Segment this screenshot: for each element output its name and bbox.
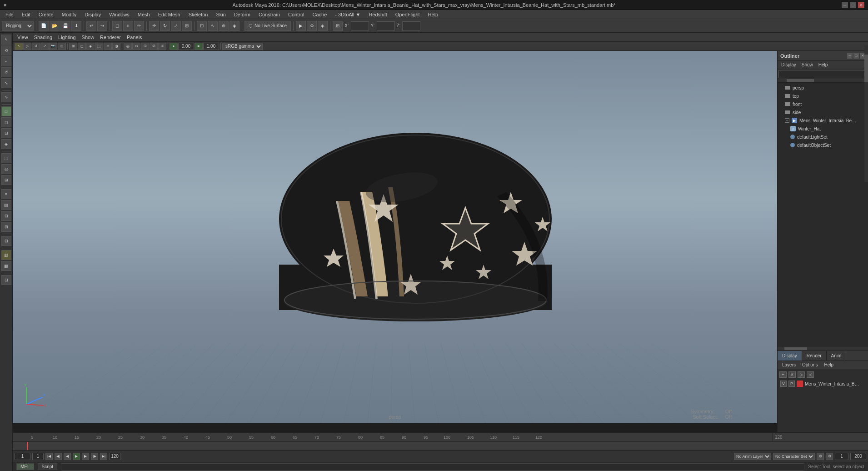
outliner-minimize[interactable]: ─	[847, 53, 853, 59]
tab-render[interactable]: Render	[802, 351, 827, 361]
open-scene-button[interactable]: 📂	[50, 21, 60, 31]
close-button[interactable]: ✕	[858, 2, 864, 8]
snap-curve-button[interactable]: ∿	[208, 21, 218, 31]
curve-tool-button[interactable]: ∿	[1, 92, 11, 102]
outliner-vscroll[interactable]	[864, 51, 868, 182]
window-controls[interactable]: ─ □ ✕	[842, 2, 864, 8]
select-mode-button[interactable]: ◻	[112, 21, 122, 31]
outliner-maximize[interactable]: □	[853, 53, 859, 59]
menu-create[interactable]: Create	[35, 11, 57, 18]
tool-settings-button[interactable]: ⊞	[1, 222, 11, 232]
misc-icon-1[interactable]: ▥	[1, 250, 11, 260]
vp-res-1[interactable]: ①	[141, 43, 149, 50]
paint-tool-button[interactable]: ⟲	[1, 45, 11, 55]
vp-isolate-toggle[interactable]: ⊙	[132, 43, 140, 50]
menu-skeleton[interactable]: Skeleton	[185, 11, 212, 18]
render-current-button[interactable]: ▶	[296, 21, 306, 31]
tree-item-default-obj[interactable]: defaultObjectSet	[778, 141, 868, 149]
scale-tool-button[interactable]: ⤢	[171, 21, 181, 31]
vp-tool-6[interactable]: ⊞	[58, 43, 66, 50]
snap-surface-button[interactable]: ◈	[229, 21, 239, 31]
vp-wireframe-toggle[interactable]: ◻	[78, 43, 86, 50]
script-input-area[interactable]	[61, 463, 804, 471]
start-frame-input[interactable]	[32, 453, 44, 460]
menu-constrain[interactable]: Constrain	[255, 11, 284, 18]
vp-tool-select[interactable]: ↖	[15, 43, 23, 50]
z-input[interactable]	[402, 21, 420, 30]
bottom-menu-options[interactable]: Options	[799, 362, 820, 368]
hypershade-button[interactable]: ◈	[318, 21, 328, 31]
group-expand-icon[interactable]: ─	[785, 118, 789, 123]
character-set-dropdown[interactable]: No Character Set	[773, 453, 815, 460]
menu-mesh[interactable]: Mesh	[134, 11, 154, 18]
vp-gamma-toggle[interactable]: ■	[195, 43, 203, 50]
vp-tool-camera[interactable]: 📷	[49, 43, 57, 50]
vp-exposure-toggle[interactable]: ●	[170, 43, 178, 50]
viewport-3d-container[interactable]: persp Symmetry: Off Soft Select: Off	[13, 51, 777, 432]
save-scene-button[interactable]: 💾	[60, 21, 70, 31]
playhead[interactable]	[27, 442, 28, 451]
current-frame-input[interactable]	[15, 453, 30, 460]
quick-layout-button[interactable]: ⊟	[1, 236, 11, 246]
outliner-search-input[interactable]	[778, 70, 867, 78]
menu-cache[interactable]: Cache	[309, 11, 331, 18]
live-surface-button[interactable]: ⬡ No Live Surface	[244, 21, 291, 31]
menu-deform[interactable]: Deform	[230, 11, 254, 18]
move-tool-button[interactable]: ✛	[149, 21, 159, 31]
script-tab[interactable]: Script	[38, 463, 58, 470]
menu-control[interactable]: Control	[284, 11, 308, 18]
redo-button[interactable]: ↪	[97, 21, 107, 31]
misc-icon-2[interactable]: ▦	[1, 261, 11, 271]
isolate-select-button[interactable]: ◎	[1, 164, 11, 174]
viewport-menu-lighting[interactable]: Lighting	[55, 34, 79, 41]
mode-dropdown[interactable]: Rigging	[2, 21, 34, 31]
import-button[interactable]: ⬇	[71, 21, 81, 31]
new-scene-button[interactable]: 📄	[39, 21, 49, 31]
new-layer-button[interactable]: +	[779, 371, 787, 378]
outliner-tree-hscroll-thumb[interactable]	[784, 347, 807, 350]
mel-tab[interactable]: MEL	[16, 463, 34, 470]
layer-playback-button[interactable]: P	[788, 381, 795, 387]
menu-skin[interactable]: Skin	[212, 11, 229, 18]
vp-xray-toggle[interactable]: ◎	[124, 43, 132, 50]
component-icon-2[interactable]: ◻	[1, 117, 11, 127]
menu-modify[interactable]: Modify	[58, 11, 80, 18]
tab-anim[interactable]: Anim	[827, 351, 847, 361]
render-region-button[interactable]: ⬚	[1, 153, 11, 163]
component-icon-1[interactable]: □	[1, 106, 11, 116]
go-end-button[interactable]: ▶|	[100, 453, 107, 460]
next-key-button[interactable]: |▶	[91, 453, 98, 460]
tree-item-mens-group[interactable]: ─ ▶ Mens_Winter_Intarsia_Beanie	[778, 116, 868, 125]
vp-tool-4[interactable]: ⤢	[40, 43, 49, 50]
vp-tool-2[interactable]: ▷	[23, 43, 31, 50]
rotate-tool-button[interactable]: ↻	[160, 21, 170, 31]
prev-frame-button[interactable]: ◀	[64, 453, 71, 460]
end-frame-input[interactable]	[109, 453, 120, 460]
y-input[interactable]	[377, 21, 395, 30]
layer-color-swatch[interactable]	[797, 381, 803, 387]
vp-shaded-toggle[interactable]: ◈	[86, 43, 95, 50]
viewport-menu-shading[interactable]: Shading	[31, 34, 55, 41]
universal-manip-button[interactable]: ⊞	[182, 21, 192, 31]
tree-item-top[interactable]: top	[778, 92, 868, 100]
tree-item-persp[interactable]: persp	[778, 84, 868, 92]
viewport-menu-view[interactable]: View	[15, 34, 31, 41]
component-icon-3[interactable]: ⊡	[1, 128, 11, 138]
outliner-menu-help[interactable]: Help	[816, 62, 831, 68]
tree-item-default-light[interactable]: defaultLightSet	[778, 133, 868, 141]
viewport-menu-renderer[interactable]: Renderer	[97, 34, 124, 41]
layer-visibility-button[interactable]: V	[780, 381, 787, 387]
vp-tex-toggle[interactable]: ⬚	[95, 43, 103, 50]
outliner-hscroll[interactable]	[778, 79, 868, 83]
outliner-hscroll-thumb[interactable]	[787, 79, 814, 82]
vp-res-2[interactable]: ②	[150, 43, 158, 50]
viewport-3d[interactable]: persp Symmetry: Off Soft Select: Off	[13, 51, 777, 423]
move-left-button[interactable]: ←	[1, 56, 11, 66]
menu-help[interactable]: Help	[424, 11, 442, 18]
tab-display[interactable]: Display	[778, 351, 802, 361]
outliner-menu-display[interactable]: Display	[778, 62, 799, 68]
vp-tool-3[interactable]: ↺	[32, 43, 40, 50]
minimize-button[interactable]: ─	[842, 2, 848, 8]
vp-gamma-value[interactable]	[203, 43, 219, 50]
attribute-editor-button[interactable]: ⊟	[1, 211, 11, 221]
